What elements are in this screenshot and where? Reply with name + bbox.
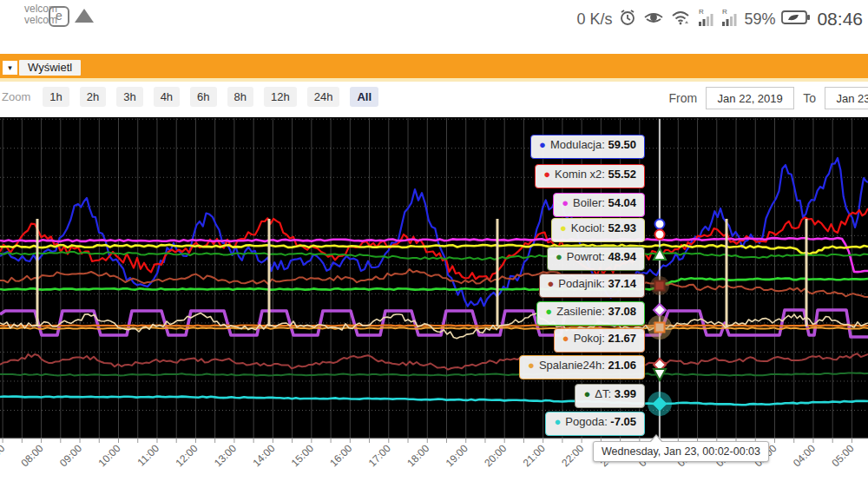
- series-value: 52.93: [608, 221, 636, 234]
- series-dot-icon: ●: [539, 138, 546, 151]
- svg-text:R: R: [722, 8, 727, 16]
- x-axis-label: 22:00: [559, 442, 586, 469]
- x-axis-label: 07:00: [0, 442, 7, 469]
- range-button-12h[interactable]: 12h: [264, 87, 297, 107]
- eye-icon: [643, 8, 664, 30]
- chart-toolbar: Zoom 1h2h3h4h6h8h12h24hAll From To: [0, 82, 868, 117]
- status-bar: velcom velcom e 0 K/s: [0, 0, 868, 38]
- x-axis-label: 16:00: [327, 442, 354, 469]
- series-name: Spalanie24h:: [539, 359, 608, 372]
- tooltip-box-komin-x2: ●Komin x2: 55.52: [535, 164, 645, 188]
- range-button-6h[interactable]: 6h: [190, 87, 216, 107]
- battery-leaf-icon: [781, 9, 811, 30]
- series-value: -7.05: [610, 415, 636, 428]
- series-value: 55.52: [608, 168, 636, 181]
- series-name: Boiler:: [573, 196, 608, 209]
- to-date-input[interactable]: [825, 87, 868, 109]
- series-dot-icon: ●: [543, 168, 550, 181]
- tooltip-box-kociol: ●Kociol: 52.93: [551, 218, 645, 242]
- series-value: 54.04: [608, 196, 636, 209]
- display-button[interactable]: Wyświetl: [19, 60, 81, 76]
- series-dot-icon: ●: [562, 332, 569, 345]
- series-dot-icon: ●: [556, 250, 562, 263]
- range-button-2h[interactable]: 2h: [80, 87, 106, 107]
- x-axis-label: 18:00: [404, 442, 431, 469]
- range-button-8h[interactable]: 8h: [227, 87, 253, 107]
- wifi-icon: [670, 8, 691, 30]
- x-axis-label: 11:00: [135, 442, 162, 469]
- tooltip-box--t: ●ΔT: 3.99: [575, 384, 645, 408]
- range-button-3h[interactable]: 3h: [116, 87, 142, 107]
- series-name: Kociol:: [571, 221, 608, 234]
- signal-r-icon: R: [697, 7, 714, 31]
- x-axis-label: 21:00: [521, 442, 548, 469]
- date-range-controls: From To: [669, 87, 868, 109]
- x-axis-label: 15:00: [289, 442, 316, 469]
- clock: 08:46: [817, 9, 863, 30]
- net-speed: 0 K/s: [576, 10, 612, 29]
- upload-arrow-icon: [75, 9, 94, 23]
- series-name: ΔT:: [595, 387, 614, 400]
- signal-r-icon: R: [720, 7, 738, 31]
- tooltip-box-podajnik: ●Podajnik: 37.14: [539, 274, 646, 298]
- series-value: 37.08: [608, 305, 636, 318]
- x-axis-label: 09:00: [57, 442, 84, 469]
- x-axis-label: 04:00: [791, 442, 818, 469]
- series-name: Pogoda:: [565, 415, 610, 428]
- tooltip-box-pogoda: ●Pogoda: -7.05: [545, 412, 645, 436]
- zoom-range-buttons: Zoom 1h2h3h4h6h8h12h24hAll: [2, 87, 378, 107]
- series-value: 3.99: [615, 387, 636, 400]
- zoom-label: Zoom: [2, 90, 30, 103]
- range-button-1h[interactable]: 1h: [43, 87, 69, 107]
- phone-screen: 07:0008:0009:0010:0011:0012:0013:0014:00…: [0, 0, 868, 488]
- series-dot-icon: ●: [548, 277, 555, 290]
- tooltip-box-spalanie24h: ●Spalanie24h: 21.06: [519, 355, 645, 379]
- series-name: Pokoj:: [574, 332, 608, 345]
- series-dot-icon: ●: [554, 415, 561, 428]
- series-value: 59.50: [608, 138, 636, 151]
- tooltip-box-modulacja: ●Modulacja: 59.50: [530, 135, 645, 159]
- menu-dropdown-button[interactable]: ▾: [3, 61, 17, 75]
- x-axis-label: 17:00: [366, 442, 393, 469]
- series-value: 48.94: [608, 250, 636, 263]
- alarm-icon: [618, 8, 637, 30]
- series-line-pokoj: [0, 326, 868, 326]
- range-button-4h[interactable]: 4h: [154, 87, 180, 107]
- series-value: 21.06: [608, 359, 636, 372]
- edge-network-icon: e: [49, 6, 69, 27]
- range-button-all[interactable]: All: [350, 87, 378, 107]
- series-dot-icon: ●: [528, 359, 535, 372]
- marker-circle: [655, 220, 665, 229]
- x-axis-label: 20:00: [482, 442, 509, 469]
- range-button-24h[interactable]: 24h: [307, 87, 340, 107]
- battery-percent: 59%: [744, 10, 775, 29]
- tooltip-date-text: Wednesday, Jan 23, 00:02-00:03: [602, 445, 760, 458]
- x-axis-label: 08:00: [19, 442, 46, 469]
- series-name: Modulacja:: [550, 138, 608, 151]
- series-dot-icon: ●: [545, 305, 552, 318]
- svg-text:R: R: [699, 8, 704, 16]
- series-dot-icon: ●: [562, 196, 569, 209]
- tooltip-box-boiler: ●Boiler: 54.04: [553, 193, 645, 217]
- x-axis-label: 12:00: [173, 442, 200, 469]
- x-axis-label: 19:00: [444, 442, 470, 469]
- from-label: From: [669, 91, 698, 105]
- marker-square: [655, 323, 665, 333]
- series-dot-icon: ●: [560, 221, 567, 234]
- tooltip-box-zasilenie: ●Zasilenie: 37.08: [536, 301, 645, 326]
- app-menu-bar: ▾ Wyświetl: [0, 54, 868, 78]
- series-name: Powrot:: [567, 250, 608, 263]
- series-value: 21.67: [608, 332, 636, 345]
- x-axis-label: 13:00: [212, 442, 239, 469]
- series-value: 37.14: [608, 277, 636, 290]
- x-axis-label: 10:00: [95, 442, 122, 469]
- series-name: Komin x2:: [555, 168, 608, 181]
- marker-square: [655, 281, 665, 291]
- to-label: To: [803, 91, 816, 105]
- tooltip-box-powrot: ●Powrot: 48.94: [547, 247, 645, 271]
- tooltip-box-pokoj: ●Pokoj: 21.67: [554, 328, 645, 353]
- x-axis-label: 05:00: [829, 442, 856, 469]
- from-date-input[interactable]: [706, 87, 794, 109]
- series-name: Zasilenie:: [556, 305, 608, 318]
- tooltip-date-box: Wednesday, Jan 23, 00:02-00:03: [593, 441, 769, 462]
